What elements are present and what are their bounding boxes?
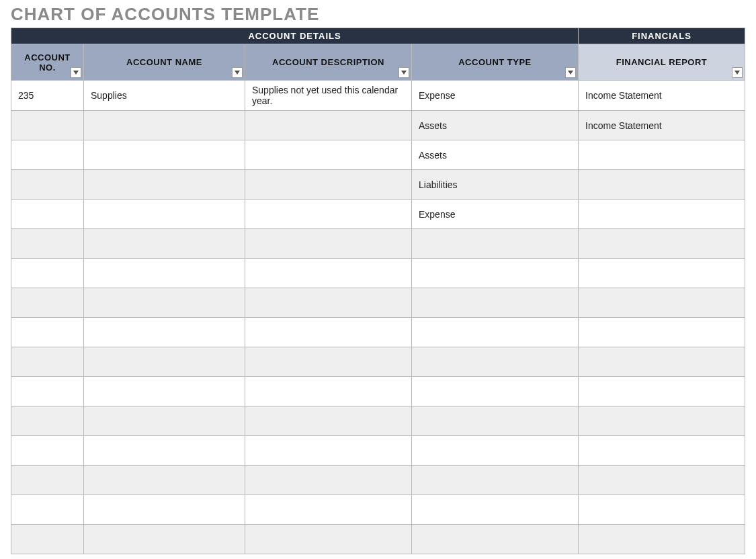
cell-type[interactable] [412,525,579,554]
cell-fin[interactable] [579,200,745,229]
cell-no[interactable] [11,436,84,466]
cell-no[interactable] [11,466,84,495]
cell-type[interactable] [412,406,579,436]
cell-type[interactable] [412,377,579,406]
cell-name[interactable] [84,200,245,229]
svg-marker-2 [401,71,407,75]
filter-dropdown-icon[interactable] [732,67,743,78]
cell-name[interactable] [84,377,245,406]
cell-name[interactable] [84,111,245,140]
cell-name[interactable] [84,229,245,259]
cell-desc[interactable] [245,466,412,495]
filter-dropdown-icon[interactable] [565,67,576,78]
cell-desc[interactable] [245,111,412,140]
cell-type[interactable] [412,436,579,466]
cell-no[interactable]: 235 [11,81,84,111]
cell-fin[interactable] [579,377,745,406]
cell-name[interactable] [84,406,245,436]
cell-fin[interactable] [579,259,745,288]
cell-name[interactable] [84,436,245,466]
cell-name[interactable] [84,466,245,495]
cell-name[interactable] [84,288,245,318]
cell-name[interactable] [84,170,245,200]
cell-fin[interactable] [579,288,745,318]
cell-name[interactable] [84,525,245,554]
cell-no[interactable] [11,525,84,554]
column-header-label: ACCOUNT TYPE [458,57,532,67]
cell-fin[interactable] [579,347,745,377]
section-header-account-details: ACCOUNT DETAILS [11,28,579,44]
cell-no[interactable] [11,140,84,170]
table-row: Expense [11,200,745,229]
filter-dropdown-icon[interactable] [398,67,409,78]
cell-fin[interactable] [579,318,745,347]
cell-no[interactable] [11,495,84,525]
cell-desc[interactable] [245,406,412,436]
cell-type[interactable] [412,466,579,495]
cell-type[interactable]: Expense [412,81,579,111]
cell-no[interactable] [11,111,84,140]
cell-desc[interactable] [245,259,412,288]
cell-type[interactable] [412,229,579,259]
cell-desc[interactable]: Supplies not yet used this calendar year… [245,81,412,111]
cell-desc[interactable] [245,170,412,200]
cell-type[interactable] [412,347,579,377]
table-row [11,466,745,495]
column-header-label: ACCOUNT DESCRIPTION [272,57,384,67]
cell-fin[interactable] [579,170,745,200]
cell-fin[interactable] [579,495,745,525]
cell-type[interactable]: Assets [412,111,579,140]
cell-desc[interactable] [245,229,412,259]
cell-fin[interactable] [579,525,745,554]
cell-fin[interactable] [579,229,745,259]
table-row [11,347,745,377]
cell-type[interactable] [412,259,579,288]
cell-name[interactable] [84,495,245,525]
cell-desc[interactable] [245,318,412,347]
table-row: AssetsIncome Statement [11,111,745,140]
cell-no[interactable] [11,347,84,377]
cell-desc[interactable] [245,347,412,377]
cell-name[interactable] [84,347,245,377]
cell-fin[interactable]: Income Statement [579,111,745,140]
cell-no[interactable] [11,259,84,288]
cell-desc[interactable] [245,495,412,525]
cell-no[interactable] [11,170,84,200]
cell-type[interactable]: Expense [412,200,579,229]
table-row [11,436,745,466]
section-header-financials: FINANCIALS [579,28,745,44]
cell-no[interactable] [11,288,84,318]
cell-desc[interactable] [245,288,412,318]
cell-name[interactable] [84,140,245,170]
cell-fin[interactable] [579,466,745,495]
column-header-label: FINANCIAL REPORT [616,57,708,67]
cell-no[interactable] [11,377,84,406]
cell-type[interactable] [412,318,579,347]
cell-fin[interactable] [579,140,745,170]
cell-desc[interactable] [245,140,412,170]
cell-no[interactable] [11,406,84,436]
cell-no[interactable] [11,318,84,347]
cell-name[interactable] [84,259,245,288]
cell-type[interactable]: Assets [412,140,579,170]
cell-name[interactable] [84,318,245,347]
cell-no[interactable] [11,200,84,229]
cell-desc[interactable] [245,436,412,466]
filter-dropdown-icon[interactable] [71,67,81,78]
cell-fin[interactable] [579,406,745,436]
cell-type[interactable] [412,495,579,525]
cell-name[interactable]: Supplies [84,81,245,111]
table-row [11,525,745,554]
cell-desc[interactable] [245,377,412,406]
cell-desc[interactable] [245,200,412,229]
cell-type[interactable] [412,288,579,318]
cell-fin[interactable]: Income Statement [579,81,745,111]
cell-type[interactable]: Liabilities [412,170,579,200]
table-row: Assets [11,140,745,170]
cell-no[interactable] [11,229,84,259]
svg-marker-1 [235,71,240,75]
cell-fin[interactable] [579,436,745,466]
table-row: 235SuppliesSupplies not yet used this ca… [11,81,745,111]
filter-dropdown-icon[interactable] [232,67,243,78]
cell-desc[interactable] [245,525,412,554]
